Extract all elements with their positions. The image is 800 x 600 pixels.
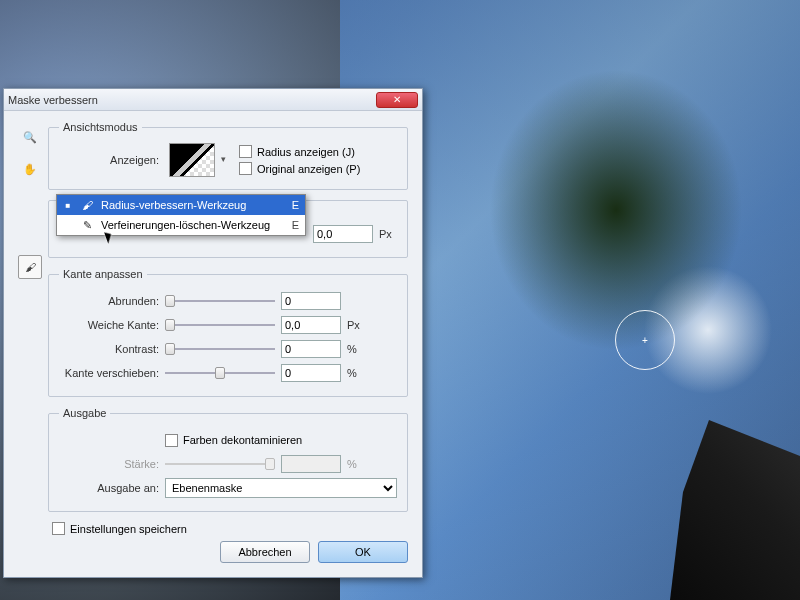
view-mode-group: Ansichtsmodus Anzeigen: Radius anzeigen … <box>48 121 408 190</box>
amount-unit: % <box>347 458 365 470</box>
show-radius-checkbox[interactable]: Radius anzeigen (J) <box>239 145 397 158</box>
amount-input <box>281 455 341 473</box>
menu-item-refine-radius[interactable]: ■ 🖌 Radius-verbessern-Werkzeug E <box>57 195 305 215</box>
shift-edge-label: Kante verschieben: <box>59 367 159 379</box>
view-mode-legend: Ansichtsmodus <box>59 121 142 133</box>
hand-tool-icon[interactable]: ✋ <box>18 157 42 181</box>
view-mode-thumbnail[interactable] <box>169 143 215 177</box>
eraser-icon: ✎ <box>79 219 95 232</box>
contrast-label: Kontrast: <box>59 343 159 355</box>
contrast-slider[interactable] <box>165 342 275 356</box>
close-button[interactable]: ✕ <box>376 92 418 108</box>
dialog-title: Maske verbessern <box>8 94 376 106</box>
brush-tool-menu: ■ 🖌 Radius-verbessern-Werkzeug E ✎ Verfe… <box>56 194 306 236</box>
amount-slider <box>165 457 275 471</box>
feather-label: Weiche Kante: <box>59 319 159 331</box>
cancel-button[interactable]: Abbrechen <box>220 541 310 563</box>
feather-input[interactable] <box>281 316 341 334</box>
smooth-label: Abrunden: <box>59 295 159 307</box>
remember-settings-checkbox[interactable]: Einstellungen speichern <box>52 522 408 535</box>
contrast-unit: % <box>347 343 365 355</box>
smooth-slider[interactable] <box>165 294 275 308</box>
adjust-edge-legend: Kante anpassen <box>59 268 147 280</box>
radius-input[interactable] <box>313 225 373 243</box>
output-legend: Ausgabe <box>59 407 110 419</box>
canvas-brush-cursor <box>615 310 675 370</box>
dialog-titlebar[interactable]: Maske verbessern ✕ <box>4 89 422 111</box>
ok-button[interactable]: OK <box>318 541 408 563</box>
refine-mask-dialog: Maske verbessern ✕ 🔍 ✋ 🖌 Ansichtsmodus A… <box>3 88 423 578</box>
feather-slider[interactable] <box>165 318 275 332</box>
shift-edge-input[interactable] <box>281 364 341 382</box>
shift-edge-slider[interactable] <box>165 366 275 380</box>
adjust-edge-group: Kante anpassen Abrunden: Weiche Kante: P… <box>48 268 408 397</box>
output-to-label: Ausgabe an: <box>59 482 159 494</box>
contrast-input[interactable] <box>281 340 341 358</box>
output-group: Ausgabe Farben dekontaminieren Stärke: %… <box>48 407 408 512</box>
brush-icon: 🖌 <box>79 199 95 211</box>
feather-unit: Px <box>347 319 365 331</box>
anzeigen-label: Anzeigen: <box>59 154 159 166</box>
smooth-input[interactable] <box>281 292 341 310</box>
menu-item-erase-refinements[interactable]: ✎ Verfeinerungen-löschen-Werkzeug E <box>57 215 305 235</box>
zoom-tool-icon[interactable]: 🔍 <box>18 125 42 149</box>
show-original-checkbox[interactable]: Original anzeigen (P) <box>239 162 397 175</box>
shift-edge-unit: % <box>347 367 365 379</box>
radius-unit: Px <box>379 228 397 240</box>
refine-brush-tool-button[interactable]: 🖌 <box>18 255 42 279</box>
output-to-select[interactable]: Ebenenmaske <box>165 478 397 498</box>
amount-label: Stärke: <box>59 458 159 470</box>
decontaminate-checkbox[interactable]: Farben dekontaminieren <box>165 434 302 447</box>
